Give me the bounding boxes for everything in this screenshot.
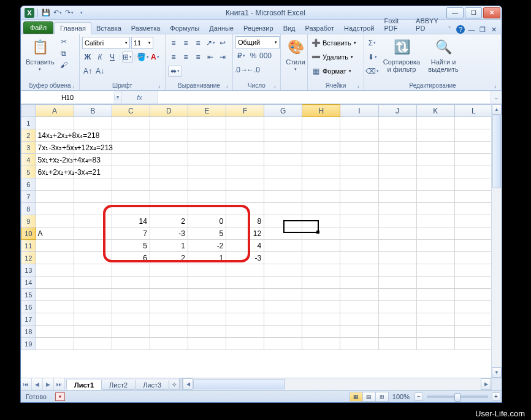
cell[interactable] — [454, 313, 492, 326]
cell[interactable] — [112, 313, 150, 326]
format-painter-icon[interactable]: 🖌 — [58, 59, 69, 71]
cell[interactable] — [340, 166, 378, 178]
cell[interactable] — [36, 215, 74, 227]
cell[interactable] — [340, 154, 378, 166]
accounting-format-icon[interactable]: ₽ — [235, 50, 246, 61]
cell[interactable] — [36, 338, 74, 350]
cell[interactable] — [340, 129, 378, 142]
cell[interactable] — [226, 277, 264, 289]
align-left-icon[interactable]: ≡ — [168, 52, 179, 63]
row-header[interactable]: 12 — [21, 252, 36, 264]
cell[interactable] — [264, 178, 302, 191]
col-header[interactable]: B — [74, 105, 112, 117]
cell[interactable] — [454, 264, 492, 277]
cell[interactable] — [340, 240, 378, 252]
font-name-combo[interactable]: Calibri▾ — [82, 37, 130, 49]
sort-filter-button[interactable]: 🔃 Сортировка и фильтр — [380, 36, 423, 74]
cell[interactable] — [112, 277, 150, 289]
cell[interactable]: 2 — [150, 215, 188, 227]
scroll-thumb[interactable] — [492, 115, 501, 188]
row-header[interactable]: 11 — [21, 240, 36, 252]
cell[interactable] — [226, 191, 264, 203]
italic-icon[interactable]: К — [94, 52, 105, 63]
close-button[interactable]: ✕ — [483, 7, 500, 18]
macro-record-icon[interactable]: ● — [55, 392, 65, 401]
cell[interactable]: -3 — [226, 252, 264, 264]
cell[interactable]: 2 — [150, 252, 188, 264]
delete-cells-button[interactable]: ➖Удалить▾ — [310, 50, 353, 64]
cell[interactable] — [36, 117, 74, 129]
wrap-text-icon[interactable]: ↩ — [217, 37, 228, 48]
cell[interactable] — [416, 178, 454, 191]
cell[interactable] — [36, 313, 74, 326]
cell[interactable] — [188, 191, 226, 203]
cell[interactable] — [264, 264, 302, 277]
cell[interactable] — [378, 203, 416, 215]
worksheet-grid[interactable]: A B C D E F G H I J K L 1214x₁+2x₂+8x₄=2… — [21, 104, 502, 378]
cell[interactable] — [264, 203, 302, 215]
row-header[interactable]: 16 — [21, 301, 36, 313]
cell[interactable] — [340, 203, 378, 215]
cell[interactable]: 14 — [112, 215, 150, 227]
col-header[interactable]: H — [302, 105, 340, 117]
fill-icon[interactable]: ⬇ — [367, 52, 378, 63]
cell[interactable] — [340, 191, 378, 203]
tab-review[interactable]: Рецензир — [239, 23, 278, 34]
cell[interactable] — [226, 264, 264, 277]
tab-layout[interactable]: Разметка — [126, 23, 166, 34]
cell[interactable] — [454, 166, 492, 178]
cell[interactable] — [188, 289, 226, 301]
minimize-button[interactable]: — — [446, 7, 464, 18]
name-box-input[interactable] — [21, 91, 113, 104]
align-bottom-icon[interactable]: ≡ — [193, 37, 204, 48]
cell[interactable] — [340, 178, 378, 191]
tab-foxit[interactable]: Foxit PDF — [379, 15, 411, 34]
cell[interactable]: 5 — [188, 227, 226, 240]
cell[interactable]: 8 — [226, 215, 264, 227]
cell[interactable] — [264, 240, 302, 252]
increase-indent-icon[interactable]: ⇥ — [217, 52, 228, 63]
view-page-layout-icon[interactable]: ▤ — [362, 392, 376, 402]
cell[interactable] — [454, 326, 492, 338]
cell[interactable] — [378, 240, 416, 252]
paste-button[interactable]: 📋 Вставить ▾ — [23, 36, 57, 73]
cell[interactable] — [416, 313, 454, 326]
formula-input[interactable] — [158, 91, 491, 104]
row-header[interactable]: 3 — [21, 142, 36, 154]
tab-formulas[interactable]: Формулы — [165, 23, 204, 34]
cell[interactable] — [74, 264, 112, 277]
cell[interactable] — [416, 117, 454, 129]
cell[interactable] — [264, 277, 302, 289]
cell[interactable] — [188, 178, 226, 191]
cell[interactable] — [112, 203, 150, 215]
cell[interactable] — [454, 191, 492, 203]
workbook-restore-icon[interactable]: ❐ — [478, 25, 487, 34]
tab-view[interactable]: Вид — [278, 23, 300, 34]
cell[interactable] — [416, 338, 454, 350]
cell[interactable] — [74, 289, 112, 301]
cell[interactable] — [416, 277, 454, 289]
cell[interactable] — [36, 203, 74, 215]
row-header[interactable]: 7 — [21, 191, 36, 203]
cell[interactable] — [264, 117, 302, 129]
cell[interactable] — [378, 301, 416, 313]
underline-icon[interactable]: Ч — [107, 52, 118, 63]
cell[interactable] — [74, 203, 112, 215]
cell[interactable]: 14x₁+2x₂+8x₄=218 — [36, 129, 74, 142]
workbook-close-icon[interactable]: ✕ — [489, 25, 498, 34]
cell[interactable] — [226, 154, 264, 166]
cell[interactable] — [188, 129, 226, 142]
select-all-corner[interactable] — [21, 105, 36, 117]
col-header[interactable]: F — [226, 105, 264, 117]
excel-icon[interactable]: X — [25, 8, 34, 18]
view-page-break-icon[interactable]: ⊞ — [375, 392, 389, 402]
cell[interactable] — [454, 129, 492, 142]
sheet-nav-next-icon[interactable]: ▶ — [43, 378, 54, 390]
cell[interactable] — [112, 191, 150, 203]
zoom-label[interactable]: 100% — [392, 393, 410, 400]
col-header[interactable]: C — [112, 105, 150, 117]
comma-format-icon[interactable]: 000 — [260, 50, 271, 61]
fill-color-icon[interactable]: 🪣 — [137, 52, 148, 63]
tab-developer[interactable]: Разработ — [300, 23, 339, 34]
cell[interactable] — [416, 166, 454, 178]
